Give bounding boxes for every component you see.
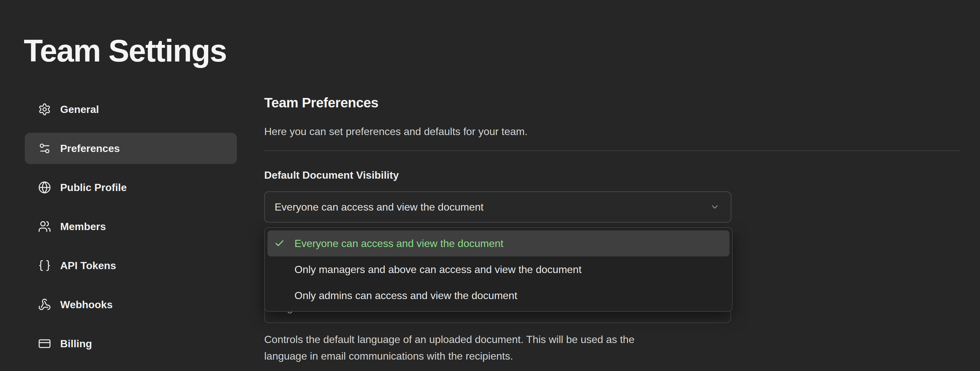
- language-field-help-text: Controls the default language of an uplo…: [264, 331, 635, 365]
- sidebar-item-webhooks[interactable]: Webhooks: [25, 289, 237, 320]
- webhook-icon: [38, 298, 51, 311]
- settings-sidebar: General Preferences Public Profile Membe…: [25, 94, 237, 367]
- sidebar-item-label: API Tokens: [60, 260, 116, 272]
- sidebar-item-general[interactable]: General: [25, 94, 237, 125]
- team-settings-page: Team Settings General Preferences Public…: [0, 0, 980, 371]
- sidebar-item-api-tokens[interactable]: API Tokens: [25, 250, 237, 281]
- users-icon: [38, 220, 51, 233]
- sidebar-item-label: Public Profile: [60, 182, 127, 194]
- section-heading: Team Preferences: [264, 95, 379, 111]
- sidebar-item-label: Members: [60, 221, 106, 233]
- dropdown-option-managers[interactable]: Only managers and above can access and v…: [267, 256, 729, 282]
- visibility-select[interactable]: Everyone can access and view the documen…: [264, 191, 732, 223]
- dropdown-option-admins[interactable]: Only admins can access and view the docu…: [267, 282, 729, 309]
- globe-icon: [38, 181, 51, 194]
- page-title: Team Settings: [24, 34, 226, 68]
- section-description: Here you can set preferences and default…: [264, 126, 527, 138]
- visibility-select-value: Everyone can access and view the documen…: [275, 201, 705, 213]
- sidebar-item-label: Billing: [60, 338, 92, 350]
- visibility-dropdown-menu: Everyone can access and view the documen…: [264, 227, 733, 312]
- visibility-field-label: Default Document Visibility: [264, 169, 399, 181]
- dropdown-option-label: Everyone can access and view the documen…: [294, 237, 503, 250]
- gear-icon: [38, 103, 51, 116]
- check-icon: [274, 238, 285, 248]
- credit-card-icon: [38, 337, 51, 350]
- braces-icon: [38, 259, 51, 272]
- sliders-icon: [38, 142, 51, 155]
- sidebar-item-label: General: [60, 103, 99, 116]
- sidebar-item-billing[interactable]: Billing: [25, 328, 237, 359]
- dropdown-option-everyone[interactable]: Everyone can access and view the documen…: [267, 231, 729, 256]
- chevron-down-icon: [710, 202, 720, 212]
- sidebar-item-label: Preferences: [60, 143, 120, 154]
- dropdown-option-label: Only managers and above can access and v…: [294, 264, 581, 275]
- section-divider: [264, 150, 960, 151]
- dropdown-option-label: Only admins can access and view the docu…: [294, 290, 517, 302]
- sidebar-item-public-profile[interactable]: Public Profile: [25, 172, 237, 203]
- sidebar-item-preferences[interactable]: Preferences: [25, 133, 237, 164]
- sidebar-item-label: Webhooks: [60, 299, 113, 311]
- sidebar-item-members[interactable]: Members: [25, 211, 237, 242]
